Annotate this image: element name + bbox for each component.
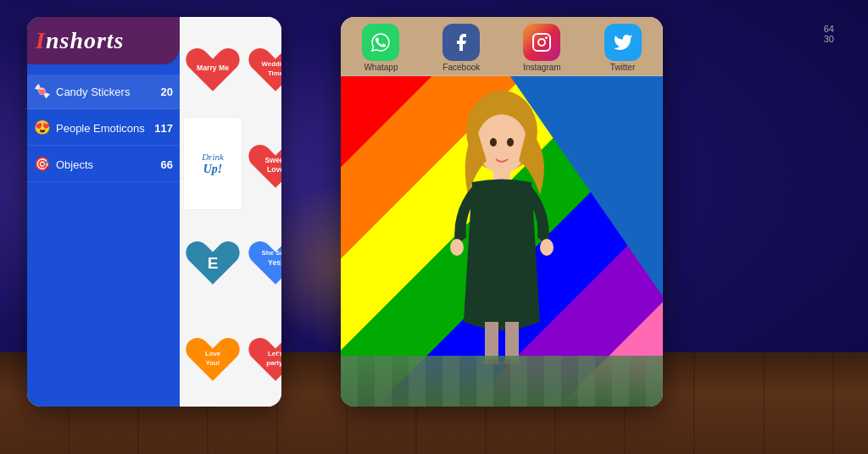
objects-count: 66 (161, 158, 173, 171)
facebook-label: Facebook (442, 63, 480, 72)
sidebar-item-objects[interactable]: 🎯 Objects 66 (27, 147, 180, 182)
floor-tiles (341, 356, 663, 407)
svg-text:Let's: Let's (268, 350, 281, 357)
svg-point-19 (540, 239, 554, 256)
people-icon: 😍 (34, 119, 51, 136)
svg-point-18 (450, 239, 464, 256)
phone-left: 64 30 Inshorts 🍬 Candy Stickers 20 😍 Peo… (27, 17, 281, 407)
svg-rect-12 (533, 34, 550, 51)
objects-label: Objects (56, 158, 161, 171)
svg-text:E: E (208, 253, 219, 271)
svg-point-16 (476, 114, 527, 174)
svg-point-13 (538, 39, 545, 46)
sidebar-items-list: 🍬 Candy Stickers 20 😍 People Emoticons 1… (27, 68, 180, 189)
photo-area (341, 76, 663, 407)
sticker-sweet-love[interactable]: Sweet Love (246, 117, 281, 210)
svg-text:Wedding: Wedding (262, 60, 281, 68)
people-count: 117 (154, 122, 173, 135)
whatsapp-icon (362, 24, 399, 61)
share-facebook[interactable]: Facebook (442, 24, 480, 72)
sidebar-header: 64 30 Inshorts (27, 17, 180, 64)
svg-text:party!: party! (266, 359, 281, 367)
twitter-icon (604, 24, 642, 61)
candy-count: 20 (161, 86, 173, 98)
sidebar-item-candy[interactable]: 🍬 Candy Stickers 20 (27, 75, 180, 109)
sticker-marry-me[interactable]: Marry Me (183, 20, 242, 114)
sticker-lets-party[interactable]: Let's party! (246, 310, 281, 403)
candy-label: Candy Stickers (56, 86, 161, 98)
sticker-love-you[interactable]: Love You! (183, 310, 242, 403)
gap-spacer (290, 17, 332, 432)
sidebar: 64 30 Inshorts 🍬 Candy Stickers 20 😍 Peo… (27, 17, 180, 407)
share-bar: Whatapp Facebook Instagr (341, 17, 663, 76)
svg-text:Love: Love (205, 350, 221, 357)
svg-point-25 (507, 138, 514, 147)
person-photo (417, 85, 587, 364)
candy-icon: 🍬 (34, 83, 51, 100)
instagram-label: Instagram (523, 63, 560, 72)
people-label: People Emoticons (56, 122, 154, 135)
svg-text:You!: You! (206, 358, 220, 366)
objects-icon: 🎯 (34, 156, 51, 173)
svg-text:She Said: She Said (262, 249, 281, 257)
sticker-wedding-time[interactable]: Wedding Time (246, 20, 281, 114)
svg-text:Yes!: Yes! (268, 258, 281, 267)
facebook-icon (442, 24, 480, 61)
whatsapp-label: Whatapp (364, 63, 398, 72)
sticker-drink-up[interactable]: Drink Up! (183, 117, 242, 210)
share-twitter[interactable]: Twitter (604, 24, 642, 72)
share-instagram[interactable]: Instagram (523, 24, 560, 72)
sticker-she-said-yes[interactable]: She Said Yes! (246, 213, 281, 307)
svg-point-14 (545, 36, 548, 39)
twitter-label: Twitter (610, 63, 635, 72)
svg-text:Sweet: Sweet (264, 156, 281, 164)
svg-text:Time: Time (268, 69, 281, 76)
stickers-panel: Marry Me Wedding Time Drink Up! (180, 17, 281, 407)
share-whatsapp[interactable]: Whatapp (362, 24, 399, 72)
floor-ground (341, 356, 663, 407)
main-container: 64 30 Inshorts 🍬 Candy Stickers 20 😍 Peo… (27, 17, 841, 432)
sticker-e[interactable]: E (183, 213, 242, 307)
sidebar-item-people[interactable]: 😍 People Emoticons 117 (27, 111, 180, 146)
app-logo: Inshorts (36, 27, 171, 54)
svg-text:Marry Me: Marry Me (197, 64, 229, 72)
instagram-icon (523, 24, 560, 61)
svg-text:Love: Love (267, 165, 281, 174)
svg-point-24 (490, 138, 497, 147)
phone-right: Whatapp Facebook Instagr (341, 17, 663, 407)
